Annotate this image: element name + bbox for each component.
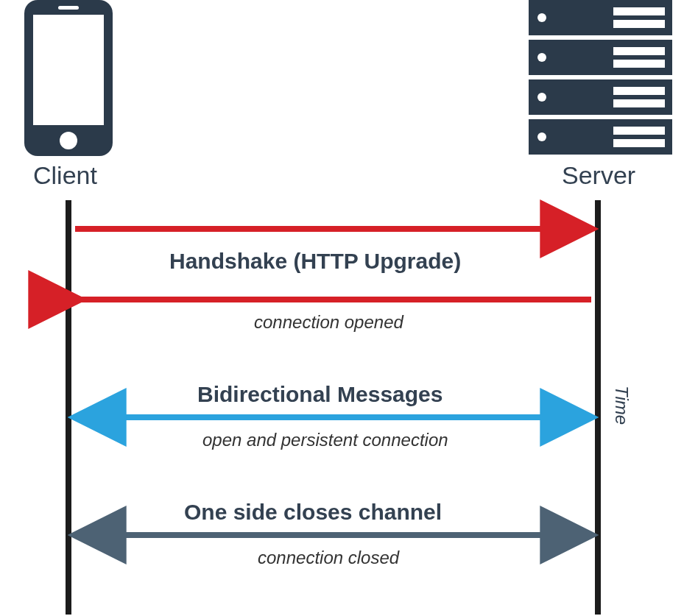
handshake-subtitle: connection opened: [254, 312, 403, 333]
time-axis-label: Time: [611, 386, 632, 425]
close-title: One side closes channel: [184, 500, 442, 525]
websocket-sequence-diagram: Client Server: [0, 0, 684, 616]
handshake-title: Handshake (HTTP Upgrade): [169, 249, 461, 274]
bidirectional-subtitle: open and persistent connection: [202, 430, 448, 450]
bidirectional-title: Bidirectional Messages: [197, 382, 443, 407]
close-subtitle: connection closed: [258, 548, 399, 568]
